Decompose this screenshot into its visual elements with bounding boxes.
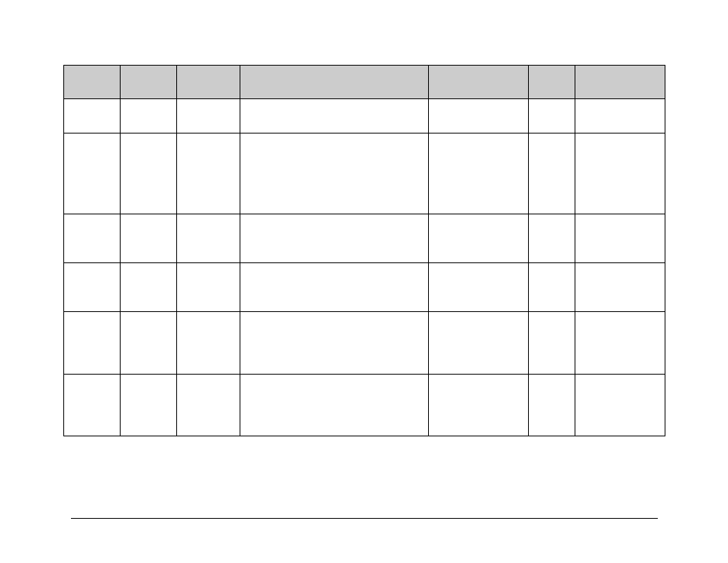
table-cell [64,134,121,214]
table-cell [177,134,240,214]
table-row [64,263,665,312]
table-cell [121,134,177,214]
table-cell [575,263,665,312]
table-row [64,375,665,436]
table-cell [240,99,429,134]
table-header-cell [429,66,529,99]
table-cell [64,263,121,312]
table-cell [529,263,575,312]
table-cell [529,99,575,134]
table-cell [429,134,529,214]
table-cell [240,134,429,214]
table-cell [121,263,177,312]
table-cell [177,99,240,134]
table-cell [575,312,665,375]
table-cell [575,99,665,134]
table-cell [240,263,429,312]
table-cell [429,312,529,375]
footer-divider [71,518,658,519]
table-cell [121,99,177,134]
table-cell [429,263,529,312]
table-cell [529,214,575,263]
table-cell [64,99,121,134]
table-cell [121,214,177,263]
table-cell [121,375,177,436]
table-cell [429,375,529,436]
table-row [64,214,665,263]
table-cell [64,312,121,375]
table-cell [177,214,240,263]
table-header-cell [177,66,240,99]
table-cell [575,375,665,436]
table-cell [177,263,240,312]
table-cell [240,375,429,436]
table-row [64,134,665,214]
table-cell [240,214,429,263]
table-header-cell [529,66,575,99]
table-cell [121,312,177,375]
table-cell [177,375,240,436]
table-cell [429,99,529,134]
table-header-cell [575,66,665,99]
table-cell [529,375,575,436]
table-cell [575,134,665,214]
table-cell [529,134,575,214]
table-header-cell [240,66,429,99]
table-row [64,312,665,375]
table-header-cell [121,66,177,99]
table-cell [177,312,240,375]
table-cell [529,312,575,375]
table-header-cell [64,66,121,99]
table-row [64,99,665,134]
table-header-row [64,66,665,99]
page [0,0,728,563]
table-cell [429,214,529,263]
table-cell [240,312,429,375]
table-cell [64,214,121,263]
data-table [63,65,665,436]
table-cell [575,214,665,263]
table-cell [64,375,121,436]
